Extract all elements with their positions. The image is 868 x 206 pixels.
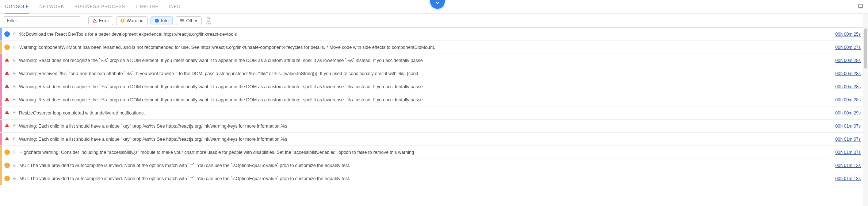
log-row[interactable]: ResizeObserver loop completed with undel… [0,106,868,120]
expand-arrow-icon[interactable] [12,176,16,181]
filter-other-label: Other [186,18,198,23]
row-icons: ! [2,149,19,155]
log-row[interactable]: Warning: Received `%s` for a non-boolean… [0,67,868,80]
filter-warning-button[interactable]: Warning [116,16,148,25]
log-message: Warning: Each child in a list should hav… [19,137,836,142]
svg-rect-3 [122,19,123,21]
expand-arrow-icon[interactable] [12,124,16,129]
expand-arrow-icon[interactable] [12,71,16,76]
scrollbar-thumb[interactable] [864,28,867,69]
log-timestamp[interactable]: 00h 00m 28s [836,58,861,63]
error-icon [4,57,9,63]
log-timestamp[interactable]: 00h 00m 28s [836,84,861,89]
expand-arrow-icon[interactable] [12,32,16,37]
row-icons [2,110,19,116]
filter-info-label: Info [161,18,169,23]
log-message: Warning: React does not recognize the `%… [19,58,836,63]
log-timestamp[interactable]: 00h 00m 29s [836,110,861,116]
log-message: Warning: Each child in a list should hav… [19,124,836,129]
log-message: Warning: React does not recognize the `%… [19,84,836,89]
log-timestamp[interactable]: 00h 01m 07s [836,150,861,155]
error-icon [4,136,9,142]
scrollbar-track[interactable] [863,14,868,185]
log-message: MUI: The value provided to Autocomplete … [19,163,836,168]
expand-arrow-icon[interactable] [12,84,16,89]
log-message: Highcharts warning: Consider including t… [19,150,836,155]
log-message: Warning: componentWillMount has been ren… [19,45,836,50]
log-timestamp[interactable]: 00h 01m 07s [836,124,861,129]
svg-point-13 [180,22,180,22]
expand-arrow-icon[interactable] [12,163,16,168]
log-row[interactable]: !MUI: The value provided to Autocomplete… [0,172,868,185]
log-timestamp[interactable]: 00h 00m 25s [836,32,861,37]
log-timestamp[interactable]: 00h 00m 27s [836,45,861,50]
expand-arrow-icon[interactable] [12,58,16,63]
log-row[interactable]: Warning: Each child in a list should hav… [0,120,868,133]
svg-point-11 [180,19,180,20]
log-message: MUI: The value provided to Autocomplete … [19,176,836,181]
row-icons: i [2,31,19,37]
expand-arrow-icon[interactable] [12,45,16,50]
warning-icon [120,18,125,23]
expand-arrow-icon[interactable] [12,137,16,142]
log-row[interactable]: Warning: React does not recognize the `%… [0,80,868,93]
filter-info-button[interactable]: Info [150,16,173,25]
tab-business-process[interactable]: BUSINESS PROCESS [74,0,125,13]
expand-arrow-icon[interactable] [12,97,16,102]
error-icon [4,97,9,103]
log-message: Warning: React does not recognize the `%… [19,97,836,102]
svg-rect-4 [122,21,123,22]
export-csv-button[interactable]: CSV [206,17,211,25]
warning-icon: ! [4,44,10,50]
export-csv-label: CSV [206,23,211,25]
log-timestamp[interactable]: 00h 00m 28s [836,71,861,76]
log-message: Warning: Received `%s` for a non-boolean… [19,71,836,76]
filter-other-button[interactable]: Other [176,16,202,25]
list-icon [180,18,184,23]
tab-timeline[interactable]: TIMELINE [135,0,158,13]
tab-console[interactable]: CONSOLE [5,0,29,13]
filter-input[interactable] [4,16,80,25]
file-icon [206,17,211,23]
tab-info[interactable]: INFO [169,0,181,13]
console-log-list: i%cDownload the React DevTools for a bet… [0,28,868,185]
warning-icon: ! [4,149,10,155]
error-icon [4,123,9,129]
row-icons: ! [2,44,19,50]
log-row[interactable]: Warning: React does not recognize the `%… [0,54,868,67]
svg-rect-6 [157,20,157,22]
log-timestamp[interactable]: 00h 01m 13s [836,176,861,181]
log-timestamp[interactable]: 00h 01m 07s [836,137,861,142]
log-timestamp[interactable]: 00h 01m 13s [836,163,861,168]
filter-error-button[interactable]: Error [88,16,113,25]
row-icons: ! [2,163,19,168]
row-icons [2,57,19,63]
svg-rect-1 [859,4,863,8]
error-icon [4,70,9,77]
log-timestamp[interactable]: 00h 00m 28s [836,97,861,102]
log-row[interactable]: Warning: Each child in a list should hav… [0,133,868,146]
expand-arrow-icon[interactable] [12,110,16,116]
log-row[interactable]: !Warning: componentWillMount has been re… [0,41,868,54]
log-row[interactable]: !Highcharts warning: Consider including … [0,146,868,159]
log-row[interactable]: i%cDownload the React DevTools for a bet… [0,28,868,41]
log-row[interactable]: Warning: React does not recognize the `%… [0,93,868,106]
info-icon: i [4,31,10,37]
info-icon [154,18,159,23]
filter-warning-label: Warning [127,18,144,23]
error-icon [92,18,97,23]
row-icons [2,123,19,129]
row-icons [2,136,19,142]
warning-icon: ! [4,176,10,181]
row-icons: ! [2,176,19,181]
row-icons [2,97,19,103]
expand-arrow-icon[interactable] [12,150,16,155]
tab-network[interactable]: NETWORK [39,0,64,13]
filter-error-label: Error [99,18,109,23]
svg-point-12 [180,20,180,21]
row-icons [2,83,19,90]
row-icons [2,70,19,77]
log-row[interactable]: !MUI: The value provided to Autocomplete… [0,159,868,172]
popout-window-button[interactable] [858,3,864,9]
chevron-down-icon [435,0,440,5]
